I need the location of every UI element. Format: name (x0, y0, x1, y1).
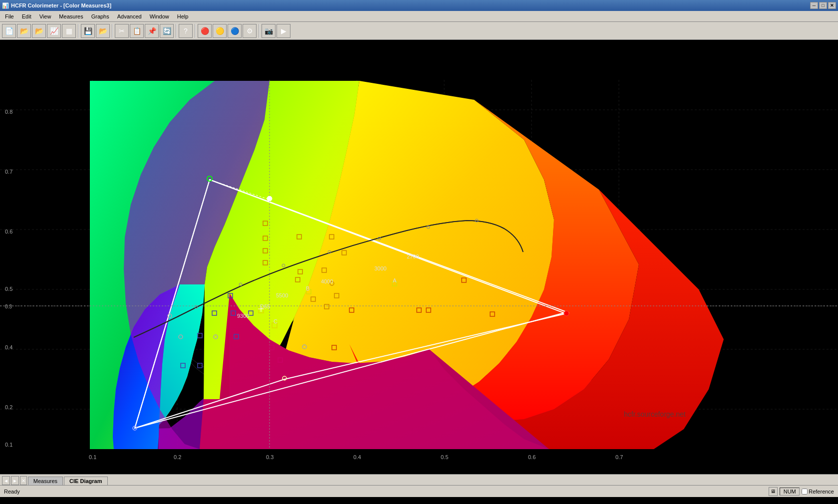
status-bar: Ready 🖥 NUM Reference (0, 485, 838, 497)
svg-text:hcfr.sourceforge.net: hcfr.sourceforge.net (624, 410, 686, 418)
status-icon: 🖥 (769, 487, 778, 496)
toolbar-separator (78, 24, 79, 38)
cut-btn[interactable]: ✂ (115, 24, 129, 38)
tab-bar: ◄ ► ✕ Measures CIE Diagram (0, 474, 838, 485)
menu-window[interactable]: Window (146, 12, 173, 20)
camera-btn[interactable]: 📷 (262, 24, 276, 38)
graph-btn[interactable]: 📈 (47, 24, 61, 38)
toolbar-separator (195, 24, 196, 38)
svg-text:0.2: 0.2 (5, 404, 12, 410)
svg-text:0.8: 0.8 (5, 109, 12, 115)
cie-diagram: 3000 2700 4000 5500 9300 D65 B C A 0.8 0… (0, 40, 838, 474)
svg-text:9300: 9300 (237, 313, 249, 319)
title-bar: 📊 HCFR Colorimeter - [Color Measures3] ─… (0, 0, 838, 11)
menu-view[interactable]: View (35, 12, 55, 20)
copy-btn[interactable]: 📋 (130, 24, 144, 38)
menu-bar: FileEditViewMeasuresGraphsAdvancedWindow… (0, 11, 838, 22)
open-recent-btn[interactable]: 📂 (32, 24, 46, 38)
svg-text:0.7: 0.7 (615, 454, 623, 460)
svg-text:3000: 3000 (374, 265, 386, 271)
tab-prev-button[interactable]: ◄ (2, 476, 10, 485)
menu-file[interactable]: File (1, 12, 18, 20)
reference-label: Reference (809, 489, 834, 495)
status-text: Ready (0, 489, 765, 495)
app-icon: 📊 (2, 2, 9, 9)
svg-text:0.1: 0.1 (89, 454, 96, 460)
svg-text:0.7: 0.7 (5, 169, 12, 175)
toolbar-separator (112, 24, 113, 38)
tab-next-button[interactable]: ► (11, 476, 19, 485)
menu-help[interactable]: Help (173, 12, 193, 20)
main-area: 3000 2700 4000 5500 9300 D65 B C A 0.8 0… (0, 40, 838, 474)
svg-text:0.6: 0.6 (528, 454, 536, 460)
menu-graphs[interactable]: Graphs (87, 12, 113, 20)
help-btn[interactable]: ? (179, 24, 193, 38)
open-btn[interactable]: 📂 (17, 24, 31, 38)
svg-point-87 (267, 196, 272, 201)
tab-cie-diagram[interactable]: CIE Diagram (64, 477, 107, 485)
svg-text:B: B (306, 285, 309, 291)
svg-text:5500: 5500 (276, 292, 288, 298)
toolbar: 📄📂📂📈▦💾📂✂📋📌🔄?🔴🟡🔵⚙📷▶ (0, 22, 838, 40)
color3-btn[interactable]: 🔵 (228, 24, 242, 38)
toolbar-separator (176, 24, 177, 38)
color1-btn[interactable]: 🔴 (198, 24, 212, 38)
status-right: 🖥 NUM Reference (765, 487, 838, 496)
save-btn[interactable]: 💾 (81, 24, 95, 38)
svg-text:2700: 2700 (407, 253, 419, 259)
tab-close-button[interactable]: ✕ (20, 476, 27, 485)
refresh-btn[interactable]: 🔄 (160, 24, 174, 38)
something-btn[interactable]: ▦ (62, 24, 76, 38)
svg-point-88 (564, 311, 569, 316)
svg-text:0.3: 0.3 (5, 304, 12, 309)
svg-text:0.1: 0.1 (5, 442, 12, 448)
svg-text:0.6: 0.6 (5, 229, 12, 235)
window-title: HCFR Colorimeter - [Color Measures3] (11, 2, 111, 8)
svg-text:0.5: 0.5 (441, 454, 448, 460)
title-bar-controls[interactable]: ─ □ ✕ (810, 2, 836, 9)
reference-checkbox[interactable] (802, 489, 808, 495)
toolbar-separator (259, 24, 260, 38)
paste-btn[interactable]: 📌 (145, 24, 159, 38)
menu-advanced[interactable]: Advanced (113, 12, 146, 20)
minimize-button[interactable]: ─ (810, 2, 818, 9)
svg-text:0.5: 0.5 (5, 286, 12, 292)
svg-text:0.4: 0.4 (5, 344, 12, 350)
new-btn[interactable]: 📄 (2, 24, 16, 38)
reference-checkbox-container[interactable]: Reference (802, 489, 834, 495)
tab-measures[interactable]: Measures (28, 477, 63, 485)
color2-btn[interactable]: 🟡 (213, 24, 227, 38)
svg-text:D65: D65 (260, 303, 270, 309)
svg-text:0.3: 0.3 (266, 454, 274, 460)
svg-text:0.4: 0.4 (353, 454, 361, 460)
svg-text:A: A (393, 277, 397, 283)
menu-edit[interactable]: Edit (18, 12, 35, 20)
color4-btn[interactable]: ⚙ (243, 24, 257, 38)
maximize-button[interactable]: □ (819, 2, 827, 9)
menu-measures[interactable]: Measures (55, 12, 87, 20)
play-btn[interactable]: ▶ (277, 24, 290, 38)
svg-text:0.2: 0.2 (174, 454, 181, 460)
load-btn[interactable]: 📂 (96, 24, 110, 38)
close-button[interactable]: ✕ (828, 2, 836, 9)
svg-text:4000: 4000 (321, 278, 333, 284)
svg-text:C: C (274, 318, 278, 324)
title-bar-left: 📊 HCFR Colorimeter - [Color Measures3] (2, 2, 111, 9)
status-num-lock: NUM (780, 488, 800, 496)
